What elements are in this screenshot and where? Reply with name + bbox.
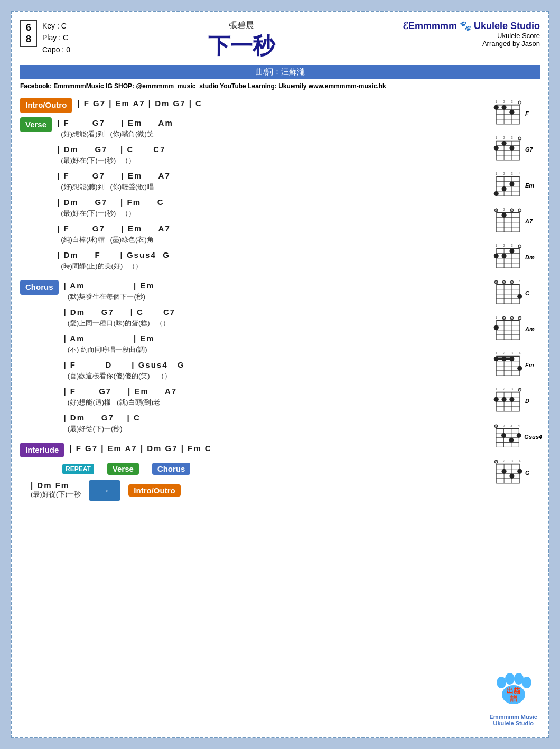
- chord-diagram-fm: 1234Fm: [492, 349, 540, 381]
- chord-name-f: F: [525, 110, 540, 117]
- chord-name-g: G: [525, 470, 540, 476]
- chorus-chord-2: | Dm G7 | C C7: [64, 306, 488, 319]
- chorus-lyric-4: (喜)歡這樣看你(傻)傻的(笑) （）: [64, 371, 488, 381]
- chord-diagram-gsus4: 1234Gsus4: [492, 421, 540, 453]
- arrow-button: →: [89, 480, 120, 501]
- svg-text:3: 3: [511, 100, 513, 104]
- svg-text:1: 1: [495, 244, 497, 247]
- chord-name-d: D: [525, 398, 540, 404]
- svg-text:1: 1: [495, 172, 497, 175]
- social-bar: Facebook: EmmmmmMusic IG SHOP: @emmmmm_m…: [20, 82, 540, 93]
- chord-name-dm: Dm: [525, 254, 540, 260]
- main-layout: Intro/Outro | F G7 | Em A7 | Dm G7 | C V…: [20, 98, 540, 501]
- svg-text:譜: 譜: [510, 695, 517, 703]
- verse-label2: Verse: [107, 463, 139, 475]
- chorus-line-1: | Am | Em (默)契發生在每個下一(秒): [64, 280, 488, 302]
- header-left: 6 8 Key : C Play : C Capo : 0: [20, 20, 81, 55]
- verse-content: | F G7 | Em Am (好)想能(看)到 (你)嘴角(微)笑 | Dm …: [57, 117, 487, 276]
- svg-point-191: [522, 677, 531, 688]
- chord-area: 1234F1234G71234Em1234A71234Dm1234C1234Am…: [492, 98, 540, 501]
- time-sig-top: 6: [26, 22, 31, 34]
- chorus-chord-6: | Dm G7 | C: [64, 412, 488, 424]
- chorus-lyric-6: (最)好從(下)一(秒): [64, 424, 488, 434]
- chord-name-g7: G7: [525, 146, 540, 153]
- svg-point-31: [494, 146, 499, 151]
- svg-point-16: [509, 110, 514, 115]
- svg-text:1: 1: [495, 351, 497, 355]
- paw-logo: 出貓 譜 Emmmmm Music Ukulele Studio: [490, 664, 537, 726]
- chord-diagram-am: 1234Am: [492, 313, 540, 345]
- verse-lyric-4: (最)好在(下)一(秒) （）: [57, 208, 487, 219]
- svg-text:出貓: 出貓: [507, 687, 521, 695]
- interlude-section: Interlude | F G7 | Em A7 | Dm G7 | Fm C: [20, 443, 487, 458]
- svg-point-32: [502, 141, 507, 146]
- svg-point-14: [494, 105, 499, 110]
- svg-text:2: 2: [503, 208, 505, 211]
- outro-row: | Dm Fm (最)好從(下)一秒 → Intro/Outro: [31, 480, 487, 501]
- chord-name-gsus4: Gsus4: [524, 434, 540, 440]
- verse-chord-2: | Dm G7 | C C7: [57, 144, 487, 156]
- verse-lyric-5: (純)白棒(球)帽 (墨)綠色(衣)角: [57, 235, 487, 245]
- chorus-lyric-1: (默)契發生在每個下一(秒): [64, 292, 488, 302]
- svg-text:1: 1: [495, 100, 497, 104]
- chorus-chord-3: | Am | Em: [64, 333, 488, 345]
- svg-text:3: 3: [510, 424, 512, 427]
- svg-point-152: [509, 397, 514, 402]
- chorus-line-3: | Am | Em (不) 約而同哼唱一段曲(調): [64, 333, 488, 355]
- header: 6 8 Key : C Play : C Capo : 0 張碧晨 下一秒 ℰE…: [20, 20, 540, 61]
- verse-section-header: Verse | F G7 | Em Am (好)想能(看)到 (你)嘴角(微)笑…: [20, 117, 487, 276]
- svg-point-185: [509, 474, 514, 479]
- svg-point-169: [517, 433, 521, 438]
- verse-line-4: | Dm G7 | Fm C (最)好在(下)一(秒) （）: [57, 196, 487, 219]
- paw-text-1: Emmmmm Music: [490, 714, 537, 720]
- key-label: Key : C: [42, 20, 70, 32]
- chorus-chord-1: | Am | Em: [64, 280, 488, 292]
- time-signature: 6 8: [20, 20, 37, 47]
- verse-line-3: | F G7 | Em A7 (好)想能(聽)到 (你)輕聲(歌)唱: [57, 170, 487, 192]
- chorus-chord-4: | F D | Gsus4 G: [64, 359, 488, 371]
- outro-block: | Dm Fm (最)好從(下)一秒: [31, 481, 81, 500]
- intro-label: Intro/Outro: [20, 98, 72, 113]
- verse-lyric-6: (時)間靜(止)的美(好) （）: [57, 261, 487, 271]
- svg-point-134: [509, 357, 514, 361]
- svg-text:4: 4: [518, 424, 520, 427]
- verse-chord-3: | F G7 | Em A7: [57, 170, 487, 182]
- svg-point-151: [502, 397, 507, 402]
- svg-point-186: [517, 469, 522, 474]
- chorus-line-2: | Dm G7 | C C7 (愛)上同一種口(味)的蛋(糕) （）: [64, 306, 488, 329]
- chorus-line-6: | Dm G7 | C (最)好從(下)一(秒): [64, 412, 488, 434]
- studio-info: ℰEmmmmm 🐾 Ukulele Studio Ukulele Score A…: [403, 20, 540, 48]
- interlude-chords: | F G7 | Em A7 | Dm G7 | Fm C: [69, 443, 211, 455]
- svg-text:3: 3: [511, 351, 513, 355]
- verse-chord-5: | F G7 | Em A7: [57, 223, 487, 235]
- verse-lyric-3: (好)想能(聽)到 (你)輕聲(歌)唱: [57, 182, 487, 192]
- blue-banner: 曲/詞：汪蘇瀧: [20, 65, 540, 79]
- chord-diagram-em: 1234Em: [492, 170, 540, 201]
- svg-text:3: 3: [511, 136, 513, 139]
- chord-diagram-f: 1234F: [492, 98, 540, 129]
- intro-chords: | F G7 | Em A7 | Dm G7 | C: [77, 98, 202, 110]
- svg-text:2: 2: [503, 351, 505, 355]
- svg-text:2: 2: [503, 387, 505, 391]
- chorus-line-4: | F D | Gsus4 G (喜)歡這樣看你(傻)傻的(笑) （）: [64, 359, 488, 381]
- page: 6 8 Key : C Play : C Capo : 0 張碧晨 下一秒 ℰE…: [11, 11, 549, 738]
- chord-diagram-c: 1234C: [492, 277, 540, 309]
- svg-text:1: 1: [495, 315, 497, 319]
- svg-text:1: 1: [495, 387, 497, 391]
- studio-name: ℰEmmmmm 🐾 Ukulele Studio: [403, 20, 540, 32]
- svg-point-66: [502, 213, 507, 218]
- outro-chord: | Dm Fm: [31, 481, 81, 490]
- svg-text:3: 3: [511, 172, 513, 175]
- svg-point-188: [497, 677, 506, 688]
- svg-text:4: 4: [519, 172, 521, 175]
- chorus-lyric-3: (不) 約而同哼唱一段曲(調): [64, 344, 488, 355]
- chorus-lyric-5: (好)想能(這)樣 (就)白頭(到)老: [64, 397, 488, 408]
- chord-diagram-dm: 1234Dm: [492, 241, 540, 273]
- verse-chord-6: | Dm F | Gsus4 G: [57, 249, 487, 261]
- play-label: Play : C: [42, 32, 70, 43]
- song-title: 下一秒: [81, 31, 403, 61]
- verse-chord-4: | Dm G7 | Fm C: [57, 196, 487, 209]
- studio-name-text: ℰEmmmmm 🐾 Ukulele Studio: [403, 21, 540, 31]
- svg-point-49: [509, 182, 514, 186]
- content-area: Intro/Outro | F G7 | Em A7 | Dm G7 | C V…: [20, 98, 487, 501]
